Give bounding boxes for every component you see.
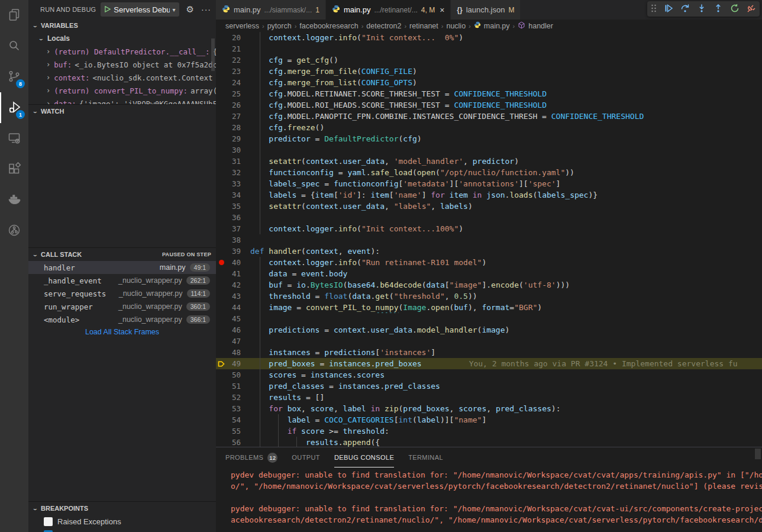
breadcrumb-item[interactable]: facebookresearch bbox=[299, 22, 358, 30]
sidebar-item-remote-explorer[interactable] bbox=[0, 123, 28, 154]
code-line[interactable]: 25 cfg.MODEL.RETINANET.SCORE_THRESH_TEST… bbox=[216, 88, 762, 99]
variables-scrollbar[interactable] bbox=[211, 38, 215, 71]
code-line[interactable]: 26 cfg.MODEL.ROI_HEADS.SCORE_THRESH_TEST… bbox=[216, 99, 762, 111]
variable-row[interactable]: ›(return) DefaultPredictor.__call__:{'in… bbox=[28, 45, 216, 58]
call-stack-header[interactable]: ⌄ CALL STACK PAUSED ON STEP bbox=[28, 248, 216, 261]
line-gutter[interactable]: 34 bbox=[216, 189, 250, 201]
line-gutter[interactable]: 24 bbox=[216, 77, 250, 88]
code-line[interactable]: 23 cfg.merge_from_file(CONFIG_FILE) bbox=[216, 66, 762, 77]
breadcrumb-item[interactable]: handler bbox=[528, 22, 553, 30]
disconnect-button[interactable] bbox=[747, 4, 756, 15]
code-line[interactable]: 32 functionconfig = yaml.safe_load(open(… bbox=[216, 167, 762, 178]
sidebar-item-extensions[interactable] bbox=[0, 154, 28, 185]
breakpoints-header[interactable]: ⌄ BREAKPOINTS bbox=[28, 502, 216, 515]
variable-row[interactable]: ›context:<nuclio_sdk.context.Context obj… bbox=[28, 71, 216, 84]
line-gutter[interactable]: 50 bbox=[216, 369, 250, 381]
debug-console-output[interactable]: pydev debugger: unable to find translati… bbox=[216, 467, 762, 525]
sidebar-item-search[interactable] bbox=[0, 31, 28, 62]
line-gutter[interactable]: 26 bbox=[216, 99, 250, 111]
code-line[interactable]: 22 cfg = get_cfg() bbox=[216, 54, 762, 66]
line-gutter[interactable]: 20 bbox=[216, 32, 250, 43]
panel-scrollbar[interactable] bbox=[755, 449, 761, 459]
breadcrumb-item[interactable]: nuclio bbox=[446, 22, 466, 30]
line-gutter[interactable]: 55 bbox=[216, 425, 250, 437]
checkbox[interactable] bbox=[44, 517, 53, 526]
sidebar-item-git-graph[interactable] bbox=[0, 215, 28, 246]
load-all-stack-frames-link[interactable]: Load All Stack Frames bbox=[28, 326, 216, 338]
line-gutter[interactable]: 53 bbox=[216, 403, 250, 414]
code-line[interactable]: 45 bbox=[216, 313, 762, 324]
code-line[interactable]: 33 labels_spec = functionconfig['metadat… bbox=[216, 178, 762, 189]
line-gutter[interactable]: 32 bbox=[216, 167, 250, 178]
launch-config-dropdown[interactable]: Serverless Debu ▾ bbox=[101, 2, 179, 17]
line-gutter[interactable]: 41 bbox=[216, 268, 250, 279]
tab-debug-console[interactable]: DEBUG CONSOLE bbox=[334, 447, 394, 467]
code-line[interactable]: 54 label = COCO_CATEGORIES[int(label)]["… bbox=[216, 414, 762, 425]
line-gutter[interactable]: 42 bbox=[216, 279, 250, 291]
code-line[interactable]: 41 data = event.body bbox=[216, 268, 762, 279]
code-line[interactable]: 27 cfg.MODEL.PANOPTIC_FPN.COMBINE.INSTAN… bbox=[216, 111, 762, 122]
line-gutter[interactable]: 33 bbox=[216, 178, 250, 189]
call-stack-frame[interactable]: handlermain.py49:1 bbox=[28, 261, 216, 274]
code-line[interactable]: 30 bbox=[216, 144, 762, 156]
sidebar-item-explorer[interactable] bbox=[0, 0, 28, 31]
breadcrumb-item[interactable]: pytorch bbox=[267, 22, 292, 30]
code-line[interactable]: 56 results.append({ bbox=[216, 437, 762, 447]
line-gutter[interactable]: 47 bbox=[216, 336, 250, 347]
gear-icon[interactable]: ⚙ bbox=[186, 4, 194, 15]
code-line[interactable]: 55 if score >= threshold: bbox=[216, 425, 762, 437]
code-line[interactable]: 44 image = convert_PIL_to_numpy(Image.op… bbox=[216, 302, 762, 313]
call-stack-frame[interactable]: serve_requests_nuclio_wrapper.py114:1 bbox=[28, 287, 216, 300]
sidebar-item-source-control[interactable]: 8 bbox=[0, 62, 28, 92]
code-line[interactable]: 50 scores = instances.scores bbox=[216, 369, 762, 381]
code-line[interactable]: 38 bbox=[216, 234, 762, 246]
code-line[interactable]: 46 predictions = context.user_data.model… bbox=[216, 324, 762, 336]
code-line[interactable]: 37 context.logger.info("Init context...1… bbox=[216, 223, 762, 234]
more-actions-icon[interactable]: ··· bbox=[201, 5, 211, 14]
code-editor[interactable]: 20 context.logger.info("Init context... … bbox=[216, 32, 762, 447]
restart-button[interactable] bbox=[730, 4, 740, 15]
variables-header[interactable]: ⌄ VARIABLES bbox=[28, 19, 216, 32]
line-gutter[interactable]: 56 bbox=[216, 437, 250, 447]
breadcrumb-item[interactable]: detectron2 bbox=[366, 22, 401, 30]
line-gutter[interactable]: 54 bbox=[216, 414, 250, 425]
code-line[interactable]: 34 labels = {item['id']: item['name'] fo… bbox=[216, 189, 762, 201]
line-gutter[interactable]: 39 bbox=[216, 246, 250, 257]
line-gutter[interactable]: 28 bbox=[216, 122, 250, 133]
code-line[interactable]: 40 context.logger.info("Run retinanet-R1… bbox=[216, 257, 762, 268]
tab-launch-json[interactable]: {} launch.json M bbox=[451, 0, 521, 20]
line-gutter[interactable]: 30 bbox=[216, 144, 250, 156]
line-gutter[interactable]: 43 bbox=[216, 291, 250, 302]
code-line[interactable]: 21 bbox=[216, 43, 762, 54]
code-line[interactable]: 36 bbox=[216, 212, 762, 223]
call-stack-frame[interactable]: _handle_event_nuclio_wrapper.py262:1 bbox=[28, 274, 216, 287]
breakpoint-icon[interactable] bbox=[216, 257, 227, 268]
sidebar-item-docker[interactable] bbox=[0, 185, 28, 215]
call-stack-frame[interactable]: run_wrapper_nuclio_wrapper.py360:1 bbox=[28, 300, 216, 313]
code-line[interactable]: 39def handler(context, event): bbox=[216, 246, 762, 257]
line-gutter[interactable]: 44 bbox=[216, 302, 250, 313]
code-line[interactable]: 49 pred_boxes = instances.pred_boxesYou,… bbox=[216, 358, 762, 369]
line-gutter[interactable]: 49 bbox=[216, 358, 250, 369]
code-line[interactable]: 35 setattr(context.user_data, "labels", … bbox=[216, 201, 762, 212]
breakpoint-item[interactable]: ✓Uncaught Exceptions bbox=[28, 528, 216, 532]
variable-row[interactable]: ›(return) convert_PIL_to_numpy:array([[[… bbox=[28, 84, 216, 97]
step-into-button[interactable] bbox=[697, 4, 706, 15]
watch-header[interactable]: ⌄ WATCH bbox=[28, 105, 216, 118]
line-gutter[interactable]: 35 bbox=[216, 201, 250, 212]
code-line[interactable]: 24 cfg.merge_from_list(CONFIG_OPTS) bbox=[216, 77, 762, 88]
breadcrumb-item[interactable]: retinanet bbox=[409, 22, 438, 30]
step-out-button[interactable] bbox=[713, 4, 723, 15]
line-gutter[interactable]: 45 bbox=[216, 313, 250, 324]
code-line[interactable]: 20 context.logger.info("Init context... … bbox=[216, 32, 762, 43]
line-gutter[interactable]: 25 bbox=[216, 88, 250, 99]
play-icon[interactable] bbox=[104, 5, 111, 14]
call-stack-frame[interactable]: <module>_nuclio_wrapper.py366:1 bbox=[28, 313, 216, 326]
close-icon[interactable]: × bbox=[440, 5, 444, 15]
line-gutter[interactable]: 51 bbox=[216, 381, 250, 392]
continue-button[interactable] bbox=[664, 4, 673, 15]
code-line[interactable]: 43 threshold = float(data.get("threshold… bbox=[216, 291, 762, 302]
line-gutter[interactable]: 27 bbox=[216, 111, 250, 122]
tab-terminal[interactable]: TERMINAL bbox=[408, 447, 443, 467]
tab-main-py-retinanet[interactable]: main.py .../retinanet/... 4, M × bbox=[326, 0, 451, 20]
